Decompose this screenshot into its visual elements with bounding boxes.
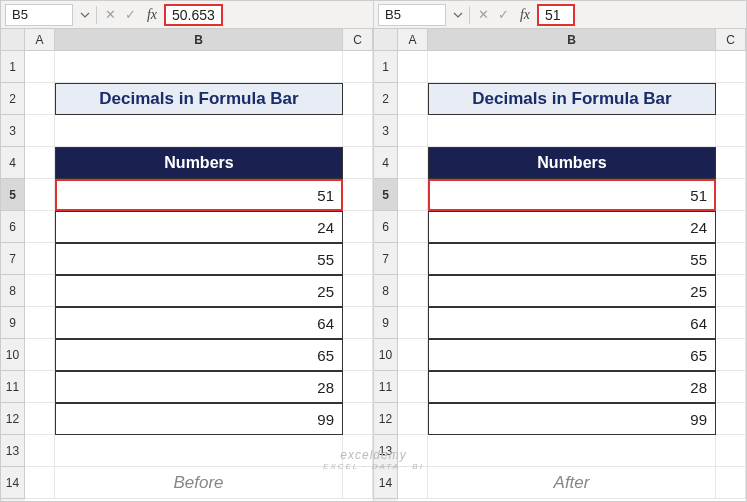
cancel-icon[interactable]: ✕ (473, 7, 493, 22)
row-header[interactable]: 11 (374, 371, 398, 403)
row-header[interactable]: 3 (374, 115, 398, 147)
col-header-b[interactable]: B (55, 29, 343, 51)
cell[interactable] (398, 243, 428, 275)
data-cell[interactable]: 24 (55, 211, 343, 243)
cell[interactable] (25, 307, 55, 339)
cell[interactable] (25, 179, 55, 211)
cell[interactable] (716, 211, 746, 243)
cell[interactable] (716, 243, 746, 275)
data-cell[interactable]: 55 (55, 243, 343, 275)
cell[interactable] (398, 211, 428, 243)
formula-value-box[interactable]: 51 (537, 4, 575, 26)
cell[interactable] (398, 435, 428, 467)
cell[interactable] (343, 115, 373, 147)
cell[interactable] (343, 83, 373, 115)
name-box[interactable]: B5 (5, 4, 73, 26)
cell[interactable] (343, 467, 373, 499)
cell[interactable] (25, 83, 55, 115)
cell[interactable] (343, 243, 373, 275)
cell[interactable] (25, 51, 55, 83)
cell[interactable] (716, 435, 746, 467)
cell[interactable] (398, 83, 428, 115)
row-header[interactable]: 7 (1, 243, 25, 275)
row-header-selected[interactable]: 5 (1, 179, 25, 211)
data-cell[interactable]: 99 (428, 403, 716, 435)
cell[interactable] (428, 51, 716, 83)
cell[interactable] (716, 51, 746, 83)
data-cell[interactable]: 64 (55, 307, 343, 339)
row-header[interactable]: 12 (374, 403, 398, 435)
row-header[interactable]: 9 (1, 307, 25, 339)
data-cell[interactable]: 25 (55, 275, 343, 307)
data-cell[interactable]: 28 (428, 371, 716, 403)
cell[interactable] (398, 371, 428, 403)
cell[interactable] (428, 435, 716, 467)
selected-cell[interactable]: 51 (55, 179, 343, 211)
fx-label[interactable]: fx (513, 7, 537, 23)
formula-value-box[interactable]: 50.653 (164, 4, 223, 26)
cell[interactable] (25, 403, 55, 435)
cancel-icon[interactable]: ✕ (100, 7, 120, 22)
cell[interactable] (398, 147, 428, 179)
select-all-corner[interactable] (1, 29, 25, 51)
cell[interactable] (716, 179, 746, 211)
title-cell[interactable]: Decimals in Formula Bar (55, 83, 343, 115)
data-cell[interactable]: 65 (428, 339, 716, 371)
cell[interactable] (25, 371, 55, 403)
row-header[interactable]: 4 (1, 147, 25, 179)
fx-label[interactable]: fx (140, 7, 164, 23)
data-cell[interactable]: 64 (428, 307, 716, 339)
cell[interactable] (25, 435, 55, 467)
data-cell[interactable]: 24 (428, 211, 716, 243)
cell[interactable] (343, 51, 373, 83)
cell[interactable] (716, 275, 746, 307)
cell[interactable] (343, 179, 373, 211)
cell[interactable] (716, 83, 746, 115)
cell[interactable] (428, 115, 716, 147)
cell[interactable] (716, 467, 746, 499)
cell[interactable] (716, 403, 746, 435)
cell[interactable] (343, 371, 373, 403)
cell[interactable] (343, 339, 373, 371)
row-header[interactable]: 10 (1, 339, 25, 371)
row-header[interactable]: 6 (374, 211, 398, 243)
cell[interactable] (716, 307, 746, 339)
numbers-header-cell[interactable]: Numbers (428, 147, 716, 179)
cell[interactable] (716, 115, 746, 147)
col-header-c[interactable]: C (343, 29, 373, 51)
cell[interactable] (398, 51, 428, 83)
col-header-c[interactable]: C (716, 29, 746, 51)
enter-icon[interactable]: ✓ (493, 7, 513, 22)
row-header[interactable]: 1 (1, 51, 25, 83)
row-header-selected[interactable]: 5 (374, 179, 398, 211)
cell[interactable] (398, 115, 428, 147)
data-cell[interactable]: 28 (55, 371, 343, 403)
cell[interactable] (343, 435, 373, 467)
cell[interactable] (55, 115, 343, 147)
cell[interactable] (25, 243, 55, 275)
data-cell[interactable]: 99 (55, 403, 343, 435)
cell[interactable] (343, 307, 373, 339)
cell[interactable] (55, 51, 343, 83)
cell[interactable] (25, 339, 55, 371)
data-cell[interactable]: 25 (428, 275, 716, 307)
cell[interactable] (25, 275, 55, 307)
row-header[interactable]: 4 (374, 147, 398, 179)
row-header[interactable]: 1 (374, 51, 398, 83)
select-all-corner[interactable] (374, 29, 398, 51)
cell[interactable] (716, 371, 746, 403)
data-cell[interactable]: 55 (428, 243, 716, 275)
row-header[interactable]: 14 (374, 467, 398, 499)
cell[interactable] (25, 467, 55, 499)
row-header[interactable]: 8 (1, 275, 25, 307)
row-header[interactable]: 11 (1, 371, 25, 403)
cell[interactable] (55, 435, 343, 467)
cell[interactable] (398, 307, 428, 339)
row-header[interactable]: 12 (1, 403, 25, 435)
row-header[interactable]: 7 (374, 243, 398, 275)
numbers-header-cell[interactable]: Numbers (55, 147, 343, 179)
row-header[interactable]: 3 (1, 115, 25, 147)
col-header-a[interactable]: A (25, 29, 55, 51)
cell[interactable] (343, 211, 373, 243)
row-header[interactable]: 9 (374, 307, 398, 339)
